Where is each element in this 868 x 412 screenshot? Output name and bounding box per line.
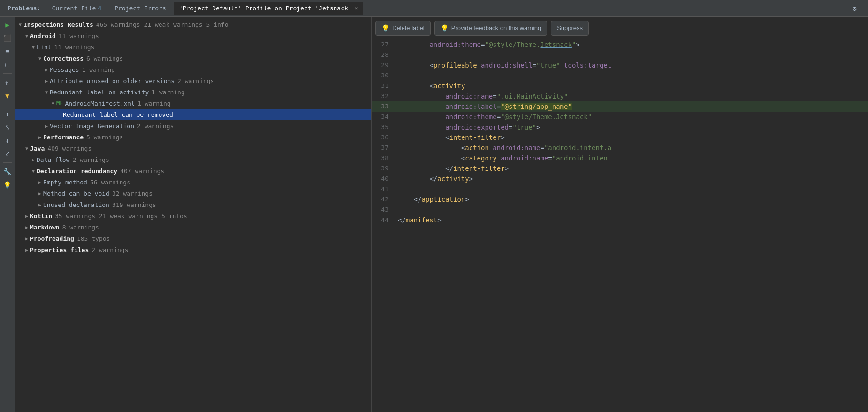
tree-label-lint: Lint (37, 44, 51, 51)
tree-item-lint[interactable]: ▼ Lint 11 warnings (15, 41, 371, 53)
tree-item-proofreading[interactable]: ▶ Proofreading 185 typos (15, 233, 371, 244)
tree-arrow-messages: ▶ (43, 67, 50, 72)
tree-count-redundant-label: 1 warning (152, 89, 184, 96)
tree-header[interactable]: ▼ Inspections Results 465 warnings 21 we… (15, 19, 371, 30)
tree-arrow-markdown: ▶ (23, 225, 30, 230)
suppress-button[interactable]: Suppress (551, 21, 589, 36)
run-icon[interactable]: ▶ (2, 20, 13, 30)
tab-project-errors-label: Project Errors (114, 5, 166, 12)
tree-count-vector: 2 warnings (137, 122, 174, 130)
tree-count-android: 11 warnings (59, 32, 99, 39)
tree-item-performance[interactable]: ▶ Performance 5 warnings (15, 131, 371, 143)
tree-arrow-attr-unused: ▶ (43, 78, 50, 84)
code-line-27: 27 android:theme="@style/Theme.Jetsnack"… (372, 39, 868, 50)
tree-item-redundant-label[interactable]: ▼ Redundant label on activity 1 warning (15, 86, 371, 98)
line-content-37: <action android:name="android.intent.a (394, 143, 868, 153)
action-bar: 💡 Delete label 💡 Provide feedback on thi… (372, 17, 868, 39)
tree-item-unused-decl[interactable]: ▶ Unused declaration 319 warnings (15, 199, 371, 210)
line-content-27: android:theme="@style/Theme.Jetsnack"> (394, 39, 868, 50)
tree-item-markdown[interactable]: ▶ Markdown 8 warnings (15, 221, 371, 233)
tab-current-file[interactable]: Current File 4 (46, 2, 107, 15)
tree-item-messages[interactable]: ▶ Messages 1 warning (15, 64, 371, 75)
tab-profile[interactable]: 'Project Default' Profile on Project 'Je… (174, 2, 363, 15)
tree-arrow-redundant-label: ▼ (43, 90, 50, 95)
problems-label: Problems: (4, 5, 44, 12)
tab-bar: Problems: Current File 4 Project Errors … (0, 0, 868, 17)
tree-count-decl-redundancy: 407 warnings (120, 168, 164, 175)
tree-label-vector: Vector Image Generation (50, 122, 134, 130)
tree-arrow-empty-method: ▶ (37, 180, 43, 185)
line-num-28: 28 (372, 50, 394, 60)
tree-label-attr-unused: Attribute unused on older versions (50, 77, 175, 84)
line-num-34: 34 (372, 112, 394, 122)
line-num-30: 30 (372, 70, 394, 81)
tree-arrow-kotlin: ▶ (23, 214, 30, 219)
minimize-icon[interactable]: — (860, 5, 864, 12)
code-line-28: 28 (372, 50, 868, 60)
tree-item-decl-redundancy[interactable]: ▼ Declaration redundancy 407 warnings (15, 165, 371, 176)
tree-item-method-void[interactable]: ▶ Method can be void 32 warnings (15, 188, 371, 199)
line-content-30 (394, 70, 868, 81)
delete-label-button[interactable]: 💡 Delete label (375, 21, 431, 36)
line-num-33: 33 (372, 101, 394, 112)
line-content-40: </activity> (394, 174, 868, 184)
code-line-29: 29 <profileable android:shell="true" too… (372, 60, 868, 70)
tree-count-unused-decl: 319 warnings (112, 201, 156, 208)
tab-profile-label: 'Project Default' Profile on Project 'Je… (179, 5, 352, 12)
tree-label-android: Android (30, 32, 56, 39)
tree-label-androidmanifest: AndroidManifest.xml (65, 100, 135, 107)
tree-item-android[interactable]: ▼ Android 11 warnings (15, 30, 371, 41)
tree-label-selected: Redundant label can be removed (63, 111, 173, 118)
expand-icon[interactable]: ⤢ (2, 148, 13, 159)
wrench-icon[interactable]: 🔧 (2, 167, 13, 177)
line-num-36: 36 (372, 132, 394, 143)
line-content-36: <intent-filter> (394, 132, 868, 143)
tree-label-kotlin: Kotlin (30, 213, 52, 220)
settings-icon[interactable]: ⚙ (853, 5, 856, 12)
tree-label-markdown: Markdown (30, 224, 60, 231)
code-line-40: 40 </activity> (372, 174, 868, 184)
delete-label-icon: 💡 (381, 24, 389, 32)
tree-item-correctness[interactable]: ▼ Correctness 6 warnings (15, 53, 371, 64)
tree-panel: ▼ Inspections Results 465 warnings 21 we… (15, 17, 372, 412)
collapse-icon[interactable]: ⤡ (2, 122, 13, 132)
feedback-button[interactable]: 💡 Provide feedback on this warning (434, 21, 548, 36)
tree-item-vector-image[interactable]: ▶ Vector Image Generation 2 warnings (15, 120, 371, 131)
tree-count-empty-method: 56 warnings (90, 179, 130, 186)
arrow-up-icon[interactable]: ↑ (2, 109, 13, 119)
tree-item-empty-method[interactable]: ▶ Empty method 56 warnings (15, 176, 371, 188)
tree-header-label: Inspections Results (23, 21, 93, 28)
tree-header-count: 465 warnings 21 weak warnings 5 info (96, 21, 228, 28)
filter-arrows-icon[interactable]: ⇅ (2, 77, 13, 88)
close-tab-icon[interactable]: ✕ (355, 5, 358, 11)
filter-icon[interactable]: ▼ (2, 91, 13, 101)
code-area[interactable]: 27 android:theme="@style/Theme.Jetsnack"… (372, 39, 868, 412)
code-line-38: 38 <category android:name="android.inten… (372, 153, 868, 163)
tree-arrow-unused-decl: ▶ (37, 202, 43, 207)
tree-arrow-performance: ▶ (37, 135, 43, 140)
line-num-38: 38 (372, 153, 394, 163)
sidebar-icons: ▶ ⬛ ≡ ⬚ ⇅ ▼ ↑ ⤡ ↓ ⤢ 🔧 💡 (0, 17, 15, 412)
tree-item-properties[interactable]: ▶ Properties files 2 warnings (15, 244, 371, 255)
bulb-icon[interactable]: 💡 (2, 180, 13, 190)
tab-project-errors[interactable]: Project Errors (109, 2, 172, 15)
inspections-icon[interactable]: ⬛ (2, 33, 13, 43)
tree-item-redundant-can-be-removed[interactable]: Redundant label can be removed (15, 109, 371, 120)
tree-item-java[interactable]: ▼ Java 409 warnings (15, 143, 371, 154)
tree-count-androidmanifest: 1 warning (137, 100, 170, 107)
export-icon[interactable]: ⬚ (2, 59, 13, 69)
tree-item-attr-unused[interactable]: ▶ Attribute unused on older versions 2 w… (15, 75, 371, 86)
code-line-42: 42 </application> (372, 194, 868, 205)
line-num-43: 43 (372, 205, 394, 215)
tree-header-arrow: ▼ (17, 22, 23, 27)
sort-icon[interactable]: ≡ (2, 46, 13, 56)
arrow-down-icon[interactable]: ↓ (2, 135, 13, 145)
tree-arrow-properties: ▶ (23, 247, 30, 252)
tree-item-kotlin[interactable]: ▶ Kotlin 35 warnings 21 weak warnings 5 … (15, 210, 371, 221)
tree-arrow-lint: ▼ (30, 45, 37, 50)
tree-item-dataflow[interactable]: ▶ Data flow 2 warnings (15, 154, 371, 165)
code-line-34: 34 android:theme="@style/Theme.Jetsnack" (372, 112, 868, 122)
line-num-29: 29 (372, 60, 394, 70)
tree-item-androidmanifest[interactable]: ▼ MF AndroidManifest.xml 1 warning (15, 98, 371, 109)
tree-arrow-method-void: ▶ (37, 191, 43, 196)
